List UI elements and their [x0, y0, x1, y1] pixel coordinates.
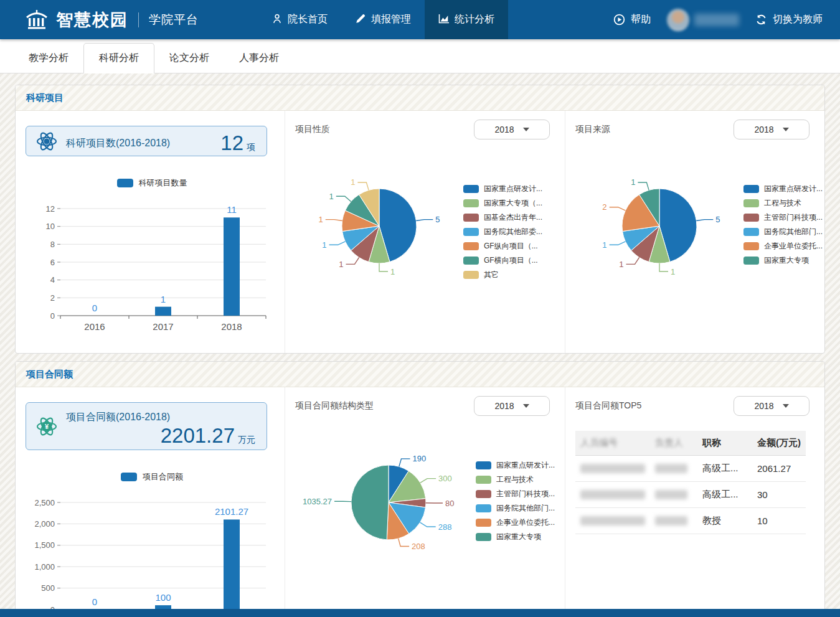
project-source-pie-chart: 511121国家重点研发计...工程与技术主管部门科技项...国务院其他部门..…: [575, 167, 824, 285]
top-nav-bar: 智慧校园 学院平台 院长首页填报管理统计分析 帮助 切换为教师: [0, 0, 840, 39]
amount-cell: 30: [752, 482, 806, 508]
svg-text:¥: ¥: [45, 423, 49, 430]
svg-text:4: 4: [50, 275, 55, 285]
structure-year-select[interactable]: 2018: [474, 396, 550, 416]
legend-swatch: [476, 504, 491, 512]
bar-chart-legend[interactable]: 项目合同额: [26, 471, 278, 483]
legend-label: GF纵向项目（...: [484, 241, 538, 252]
nav-item-label: 统计分析: [455, 13, 494, 26]
svg-text:190: 190: [412, 454, 426, 463]
legend-swatch: [476, 533, 491, 541]
svg-text:2016: 2016: [84, 321, 105, 332]
legend-item[interactable]: 工程与技术: [743, 196, 823, 210]
svg-text:2101.27: 2101.27: [215, 506, 248, 517]
legend-label: 主管部门科技项...: [764, 212, 823, 223]
nav-item-3[interactable]: 统计分析: [425, 0, 508, 39]
redacted-cell: [655, 490, 687, 499]
platform-title: 学院平台: [149, 12, 199, 28]
nav-item-label: 填报管理: [371, 13, 411, 26]
legend-swatch: [743, 257, 759, 265]
legend-label: 国家重点研发计...: [484, 184, 542, 194]
university-logo-icon: [24, 9, 50, 31]
svg-text:12: 12: [46, 204, 55, 214]
source-year-select[interactable]: 2018: [734, 120, 809, 139]
legend-label: 国基金杰出青年...: [484, 212, 542, 223]
legend-item[interactable]: 国家重大专项（...: [463, 196, 542, 210]
legend-item[interactable]: 国务院其他部委...: [463, 225, 542, 239]
legend-item[interactable]: 国基金杰出青年...: [463, 210, 542, 225]
svg-text:1: 1: [161, 294, 166, 304]
tab-4[interactable]: 人事分析: [224, 44, 294, 73]
help-button[interactable]: 帮助: [613, 13, 651, 26]
nature-year-select[interactable]: 2018: [474, 120, 550, 139]
legend-item[interactable]: 主管部门科技项...: [476, 487, 555, 501]
card-value: 12项: [220, 131, 255, 155]
blurred-header: 负责人: [655, 437, 683, 448]
svg-text:1035.27: 1035.27: [303, 497, 332, 506]
research-section-header: 科研项目: [16, 85, 824, 111]
legend-item[interactable]: 国家重点研发计...: [463, 182, 542, 196]
legend-item[interactable]: 国家重点研发计...: [743, 182, 823, 196]
legend-item[interactable]: GF纵向项目（...: [463, 239, 542, 253]
svg-text:1: 1: [329, 192, 334, 201]
legend-label: 国家重大专项: [496, 532, 541, 542]
legend-swatch: [743, 214, 759, 222]
legend-label: 工程与技术: [764, 198, 801, 209]
legend-swatch: [743, 199, 759, 207]
legend-item[interactable]: 国家重点研发计...: [476, 458, 555, 473]
legend-item[interactable]: 国务院其他部门...: [476, 501, 555, 516]
tab-1[interactable]: 教学分析: [14, 44, 83, 73]
switch-role-button[interactable]: 切换为教师: [755, 13, 823, 26]
bar-chart-legend[interactable]: 科研项目数量: [26, 177, 278, 189]
legend-swatch: [743, 228, 759, 236]
nav-item-1[interactable]: 院长首页: [258, 0, 341, 39]
nature-pie-title: 项目性质: [295, 124, 330, 135]
avatar: [667, 9, 689, 31]
footer-bar: [0, 609, 840, 617]
svg-text:11: 11: [227, 204, 237, 215]
legend-label: 企事业单位委托...: [496, 517, 555, 528]
top5-year-select[interactable]: 2018: [734, 396, 809, 416]
legend-item[interactable]: 企事业单位委托...: [476, 516, 555, 530]
legend-item[interactable]: 主管部门科技项...: [743, 210, 823, 225]
title-cell: 高级工...: [697, 456, 752, 482]
user-name-redacted: [694, 14, 739, 26]
user-avatar-area[interactable]: [667, 9, 739, 31]
card-unit: 万元: [238, 435, 255, 445]
legend-swatch: [463, 228, 479, 236]
top5-title: 项目合同额TOP5: [575, 400, 641, 412]
pie-legend: 国家重点研发计...工程与技术主管部门科技项...国务院其他部门...企事业单位…: [476, 458, 555, 562]
legend-item[interactable]: GF横向项目（...: [463, 253, 542, 268]
card-title: 项目合同额(2016-2018): [66, 411, 170, 424]
analysis-tabs: 教学分析科研分析论文分析人事分析: [0, 39, 840, 73]
brand-divider: [138, 12, 139, 27]
legend-swatch: [463, 257, 479, 265]
tab-2[interactable]: 科研分析: [83, 43, 154, 73]
legend-item[interactable]: 企事业单位委托...: [743, 239, 823, 253]
legend-item[interactable]: 工程与技术: [476, 473, 555, 487]
legend-item[interactable]: 国家重大专项: [476, 530, 555, 544]
svg-text:1: 1: [671, 267, 675, 276]
legend-item[interactable]: 其它: [463, 268, 542, 282]
chevron-down-icon: [783, 128, 789, 131]
legend-item[interactable]: 国务院其他部门...: [743, 225, 823, 239]
atom-yen-icon: ¥: [35, 415, 59, 438]
research-projects-panel: 科研项目 科研项目数(2016-2018): [15, 85, 825, 354]
pie-legend: 国家重点研发计...工程与技术主管部门科技项...国务院其他部门...企事业单位…: [743, 182, 823, 285]
legend-swatch: [463, 271, 479, 279]
tab-3[interactable]: 论文分析: [154, 44, 224, 73]
svg-text:2,500: 2,500: [34, 498, 55, 507]
legend-item[interactable]: 国家重大专项: [743, 253, 823, 268]
svg-text:500: 500: [41, 583, 55, 593]
brand-title: 智慧校园: [56, 9, 128, 31]
svg-text:300: 300: [438, 474, 452, 483]
legend-label: 工程与技术: [496, 474, 534, 485]
table-header-3: 职称: [697, 431, 752, 456]
nature-year-value: 2018: [494, 125, 514, 134]
svg-text:5: 5: [435, 215, 440, 224]
contract-amount-bar-chart: 项目合同额05001,0001,5002,0002,50002016100201…: [26, 471, 278, 617]
research-count-bar-chart: 科研项目数量0246810120201612017112018: [26, 177, 278, 344]
nav-item-2[interactable]: 填报管理: [341, 0, 425, 39]
legend-label: 企事业单位委托...: [764, 241, 823, 252]
legend-swatch: [463, 185, 479, 193]
